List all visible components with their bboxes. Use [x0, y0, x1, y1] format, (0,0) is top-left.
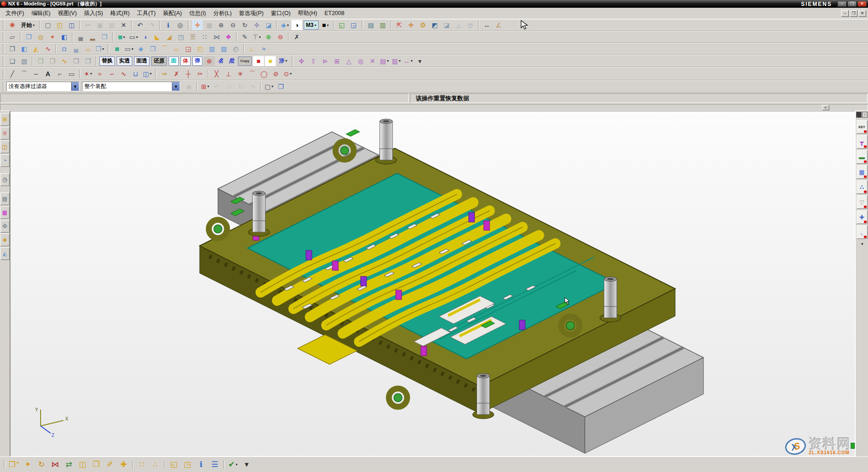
snap-point-a-icon[interactable]: ◩ — [429, 20, 440, 30]
marquee-select-icon[interactable]: ▢▾ — [264, 82, 274, 92]
copy-button[interactable]: Copy — [238, 57, 252, 66]
feature-cube-icon[interactable]: ❒▾ — [94, 44, 105, 54]
dropdown-arrow-icon[interactable]: ▾ — [136, 35, 138, 39]
dropdown-arrow-icon[interactable]: ▾ — [102, 47, 104, 51]
text-icon[interactable]: A — [42, 69, 53, 79]
dropdown-arrow-icon[interactable]: ▾ — [287, 23, 289, 27]
palette-t-part[interactable]: ┳ — [857, 135, 868, 149]
zoom-circle-icon[interactable]: ⊕ — [216, 20, 227, 30]
edge-blend-icon[interactable]: ◖ — [140, 32, 151, 42]
cube-icon[interactable]: ❒ — [99, 32, 110, 42]
measure-x-icon[interactable]: ↔▾ — [403, 56, 413, 66]
snap-point-d-icon[interactable]: ◇ — [465, 20, 476, 30]
measure-angle-icon[interactable]: ∠ — [493, 20, 504, 30]
dropdown-arrow-icon[interactable]: ▾ — [207, 84, 209, 88]
spring-char-button[interactable]: 弹 — [192, 57, 202, 66]
toolbar-grip[interactable] — [4, 460, 5, 469]
body-char-button[interactable]: 体 — [181, 57, 191, 66]
component-info-icon[interactable]: ℹ — [195, 458, 207, 471]
dropdown-arrow-icon[interactable]: ▾ — [33, 23, 35, 27]
palette-scroll-left-button[interactable]: ◂ — [859, 240, 865, 247]
stack-icon[interactable]: ▥▾ — [391, 56, 402, 66]
measure-distance-icon[interactable]: ↔ — [481, 20, 492, 30]
palette-block-part[interactable]: ▦ — [857, 165, 868, 179]
hole-icon[interactable]: ◘ — [59, 44, 70, 54]
swoosh-b-icon[interactable]: ⌓ — [171, 44, 182, 54]
datum-disc-icon[interactable]: ◙ — [112, 44, 123, 54]
wave-icon[interactable]: ≈ — [258, 44, 269, 54]
toolbar-grip[interactable] — [108, 44, 109, 53]
deselect-icon[interactable]: ✗ — [291, 32, 302, 42]
extrude-icon[interactable]: ◧ — [59, 32, 70, 42]
tool-swoosh-icon[interactable]: ∿ — [59, 56, 70, 66]
lift-component-icon[interactable]: ⇧ — [308, 56, 319, 66]
show-hide-icon[interactable]: ◱ — [336, 20, 347, 30]
menu-assemblies[interactable]: 装配(A) — [159, 9, 186, 18]
render-region-icon[interactable]: ▧ — [19, 56, 30, 66]
dropdown-arrow-icon[interactable]: ▾ — [150, 72, 152, 76]
child-restore-button[interactable]: ❐ — [850, 10, 858, 17]
zoom-inout-icon[interactable]: ⊖ — [227, 20, 238, 30]
subtract-icon[interactable]: ⊖ — [275, 32, 286, 42]
open-icon[interactable]: ◰ — [54, 20, 65, 30]
chamfer-icon[interactable]: ◣ — [152, 32, 163, 42]
child-minimize-button[interactable]: – — [841, 10, 849, 17]
mirror-assembly-icon[interactable]: ⋈ — [49, 458, 62, 471]
face-char-button[interactable]: 面 — [169, 57, 179, 66]
replace-button[interactable]: 替换 — [99, 57, 115, 66]
move-component-icon[interactable]: ↻ — [35, 458, 48, 471]
split-body-icon[interactable]: ◭ — [31, 44, 41, 54]
system-tab[interactable]: ✠ — [0, 220, 10, 233]
spline-icon[interactable]: ∼ — [31, 69, 41, 79]
web-browser-tab[interactable]: ☻ — [0, 233, 10, 246]
create-pattern-icon[interactable]: ✦ — [21, 458, 34, 471]
start-button[interactable]: 开始▾ — [19, 21, 36, 30]
layer-category-icon[interactable]: ▥ — [377, 20, 388, 30]
menu-preferences[interactable]: 首选项(P) — [235, 9, 267, 18]
fit-view-icon[interactable]: ✛ — [192, 20, 203, 30]
new-file-icon[interactable]: ▢ — [42, 20, 53, 30]
palette-elbow-part[interactable]: ◟ — [857, 225, 868, 239]
pattern-feature-icon[interactable]: ∷ — [199, 32, 210, 42]
iso-view-cube-icon[interactable]: ◈ — [135, 44, 146, 54]
dropdown-arrow-icon[interactable]: ▾ — [387, 59, 389, 63]
divide-curve-icon[interactable]: ┼ — [183, 69, 194, 79]
face-delta-icon[interactable]: △ — [343, 56, 354, 66]
perpendicular-icon[interactable]: ⊥ — [223, 69, 234, 79]
palette-key-part[interactable]: KEY — [857, 120, 868, 134]
dropdown-arrow-icon[interactable]: ▾ — [327, 23, 329, 27]
layer-settings-icon[interactable]: ▤ — [366, 20, 377, 30]
menu-format[interactable]: 格式(R) — [107, 9, 133, 18]
child-close-button[interactable]: ✕ — [858, 10, 866, 17]
assembly-tools-icon[interactable]: ✚ — [117, 458, 130, 471]
palette-handle[interactable] — [856, 112, 862, 118]
constraint-navigator-tab[interactable]: ⊚ — [0, 127, 10, 140]
toolbar-grip[interactable] — [188, 21, 190, 30]
mirror-feature-icon[interactable]: ⋈ — [211, 32, 222, 42]
palette-flange-part[interactable]: ∴ — [857, 180, 868, 194]
copy-sheets-icon[interactable]: ▤▾ — [379, 56, 390, 66]
hole-cube-icon[interactable]: ◴ — [230, 44, 241, 54]
view-orientation-icon[interactable]: ◈▾ — [279, 20, 290, 30]
book-icon[interactable]: ❒ — [275, 82, 286, 92]
show-explosion-icon[interactable]: ◳ — [181, 458, 194, 471]
replace-component-icon[interactable]: ⇄ — [62, 458, 75, 471]
history-tab[interactable]: ◷ — [0, 173, 10, 186]
toolbar-grip[interactable] — [292, 57, 294, 66]
add-component-icon[interactable]: ❒⁺ — [8, 458, 21, 471]
boss-icon[interactable]: ✦ — [47, 32, 58, 42]
bottombar-overflow[interactable]: ▾ — [240, 458, 253, 471]
restore-button[interactable]: ❐ — [847, 1, 857, 7]
form-window-icon[interactable]: ❏ — [7, 56, 18, 66]
dropdown-arrow-icon[interactable]: ▾ — [315, 23, 316, 27]
unite-icon[interactable]: ⊕ — [263, 32, 274, 42]
cylinder-icon[interactable]: ◍ — [35, 32, 46, 42]
circle-icon[interactable]: ◯ — [258, 69, 269, 79]
extract-curve-icon[interactable]: ⊔ — [130, 69, 141, 79]
palette-green-part[interactable]: ▬ — [857, 150, 868, 164]
cascade-icon[interactable]: ❐ — [7, 44, 18, 54]
component-arrangements-icon[interactable]: ❐ — [90, 458, 103, 471]
emboss-icon[interactable]: ▄ — [71, 44, 82, 54]
delete-component-icon[interactable]: ✕ — [367, 56, 378, 66]
toolbar-grip[interactable] — [3, 44, 5, 53]
